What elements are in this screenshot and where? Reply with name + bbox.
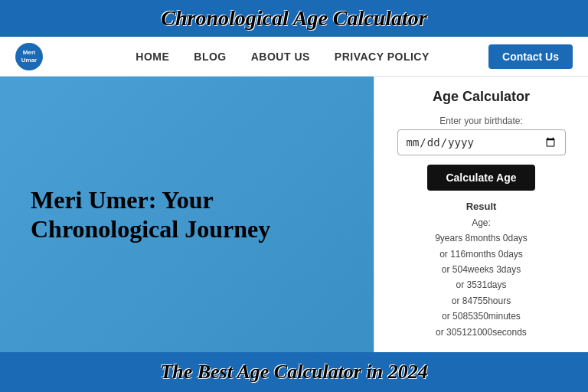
nav-home[interactable]: HOME — [136, 51, 169, 63]
calculator-title: Age Calculator — [433, 89, 530, 105]
result-line-6: or 5085350minutes — [435, 309, 528, 324]
age-label: Age: — [435, 215, 528, 230]
nav-about[interactable]: ABOUT US — [251, 51, 310, 63]
bottom-banner: The Best Age Calculator in 2024 — [0, 352, 588, 392]
top-banner-title: Chronological Age Calculator — [0, 6, 588, 31]
result-line-7: or 305121000seconds — [435, 325, 528, 340]
bottom-banner-title: The Best Age Calculator in 2024 — [160, 361, 427, 384]
navbar: MeriUmar HOME BLOG ABOUT US PRIVACY POLI… — [0, 37, 588, 77]
logo: MeriUmar — [15, 43, 77, 70]
result-line-2: or 116months 0days — [435, 247, 528, 262]
result-line-3: or 504weeks 3days — [435, 262, 528, 277]
result-line-5: or 84755hours — [435, 293, 528, 309]
hero-title: Meri Umer: Your Chronological Journey — [31, 185, 343, 244]
birthdate-input[interactable] — [397, 129, 566, 155]
main-content: Meri Umer: Your Chronological Journey Ag… — [0, 77, 588, 352]
calculator-panel: Age Calculator Enter your birthdate: Cal… — [374, 77, 588, 352]
calculator-label: Enter your birthdate: — [439, 116, 523, 126]
result-section: Result Age: 9years 8months 0days or 116m… — [435, 198, 528, 340]
top-banner: Chronological Age Calculator — [0, 0, 588, 37]
calculate-button[interactable]: Calculate Age — [427, 165, 534, 191]
result-label: Result — [435, 198, 528, 215]
logo-text: MeriUmar — [21, 49, 37, 64]
nav-links: HOME BLOG ABOUT US PRIVACY POLICY — [77, 51, 488, 63]
hero-section: Meri Umer: Your Chronological Journey — [0, 77, 374, 352]
nav-blog[interactable]: BLOG — [194, 51, 226, 63]
result-line-4: or 3531days — [435, 277, 528, 292]
contact-button[interactable]: Contact Us — [488, 44, 573, 69]
nav-privacy[interactable]: PRIVACY POLICY — [335, 51, 430, 63]
result-line-1: 9years 8months 0days — [435, 230, 528, 246]
logo-icon: MeriUmar — [15, 43, 43, 70]
